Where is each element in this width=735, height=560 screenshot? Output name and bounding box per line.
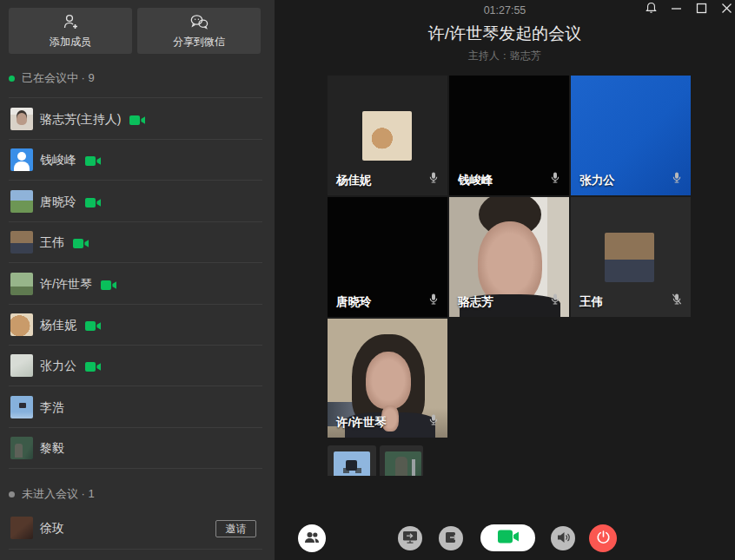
avatar [10,108,33,130]
bell-icon[interactable] [644,1,658,15]
avatar [334,451,370,476]
in-meeting-header-label: 已在会议中 · 9 [22,70,95,86]
tile-participant-name: 许/许世琴 [336,415,387,431]
list-item-member[interactable]: 许/许世琴 [0,263,275,305]
meeting-host-label: 主持人：骆志芳 [275,49,735,63]
participant-thumbnail[interactable] [328,445,376,476]
mic-icon [670,170,684,188]
tile-participant-name: 钱峻峰 [458,173,493,188]
list-item-not-joined[interactable]: 徐玫 邀请 [0,507,275,549]
mic-icon [548,170,562,188]
avatar [10,148,33,171]
speaker-button[interactable] [551,526,575,550]
member-name: 张力公 [40,359,76,374]
avatar [605,233,654,282]
screen-share-button[interactable] [398,526,422,550]
speaker-icon [556,530,571,547]
not-joined-status-dot [9,491,15,497]
avatar [10,437,33,459]
member-name: 李浩 [40,400,64,416]
not-joined-section-header: 未进入会议 · 1 [9,486,95,502]
tile-participant-name: 王伟 [579,294,603,310]
member-name: 许/许世琴 [40,277,92,293]
window-controls [644,1,735,15]
avatar [10,231,33,254]
mic-icon [427,292,440,310]
window-share-button[interactable] [439,526,463,550]
share-wechat-label: 分享到微信 [173,35,225,49]
screen-share-icon [402,530,418,547]
close-icon[interactable] [719,1,733,15]
divider [9,468,262,469]
avatar [385,451,421,476]
members-button[interactable] [298,524,326,552]
camera-on-icon [85,196,102,212]
add-member-button[interactable]: 添加成员 [9,8,132,54]
camera-on-icon [85,155,102,170]
list-item-member[interactable]: 张力公 [0,345,275,386]
avatar [10,190,33,213]
member-name: 徐玫 [40,521,64,537]
avatar [10,354,33,377]
video-feed-detail [366,352,411,409]
invite-button[interactable]: 邀请 [215,520,256,537]
add-member-label: 添加成员 [50,35,91,49]
member-name: 王伟 [40,235,64,251]
member-name: 黎毅 [40,441,64,457]
video-tile[interactable]: 唐晓玲 [328,197,447,317]
mic-icon [427,170,440,188]
add-person-icon [61,13,80,30]
camera-on-icon [73,237,89,253]
member-name: 骆志芳(主持人) [40,112,121,128]
video-tile[interactable]: 许/许世琴 [328,319,447,438]
share-to-wechat-button[interactable]: 分享到微信 [137,8,261,54]
avatar [10,396,33,418]
window-share-icon [444,530,459,547]
tile-participant-name: 杨佳妮 [336,173,372,188]
in-meeting-status-dot [9,76,15,82]
camera-toggle-button[interactable] [480,524,535,551]
maximize-icon[interactable] [694,1,708,15]
in-meeting-section-header: 已在会议中 · 9 [9,70,95,86]
member-name: 杨佳妮 [40,318,76,333]
tile-participant-name: 张力公 [579,173,615,188]
camera-on-icon [495,529,521,547]
video-tile[interactable]: 杨佳妮 [328,76,447,195]
members-icon [303,530,321,547]
member-sidebar: 添加成员 分享到微信 已在会议中 · 9 骆志芳(主持人)钱峻峰唐晓玲王伟许/许… [0,0,275,560]
power-icon [596,530,611,547]
member-name: 钱峻峰 [40,153,76,168]
participant-thumbnail[interactable] [380,445,423,476]
list-item-member[interactable]: 王伟 [0,221,275,263]
camera-on-icon [129,114,146,129]
video-tile[interactable]: 骆志芳 [449,197,569,317]
mic-muted-icon [670,292,684,310]
page-title: 许/许世琴发起的会议 [275,23,735,45]
avatar [10,313,33,336]
mic-icon [548,292,562,310]
list-item-member[interactable]: 骆志芳(主持人) [0,98,275,140]
list-item-member[interactable]: 唐晓玲 [0,181,275,222]
mic-icon [427,412,440,431]
avatar [362,111,412,161]
tile-participant-name: 骆志芳 [458,294,493,310]
not-joined-header-label: 未进入会议 · 1 [22,486,95,502]
camera-on-icon [101,279,117,294]
camera-on-icon [85,360,102,376]
avatar [10,273,33,295]
list-item-member[interactable]: 杨佳妮 [0,304,275,346]
video-tile[interactable]: 钱峻峰 [449,76,569,195]
list-item-member[interactable]: 钱峻峰 [0,139,275,181]
wechat-icon [189,13,209,30]
list-item-member[interactable]: 李浩 [0,386,275,428]
video-tile[interactable]: 王伟 [571,197,691,317]
video-feed-detail [478,221,542,305]
camera-on-icon [85,320,102,335]
video-tile[interactable]: 张力公 [571,76,691,195]
list-item-member[interactable]: 黎毅 [0,427,275,469]
end-meeting-button[interactable] [589,524,617,552]
divider [9,549,262,550]
minimize-icon[interactable] [669,1,683,15]
member-name: 唐晓玲 [40,194,76,210]
avatar [10,517,33,539]
